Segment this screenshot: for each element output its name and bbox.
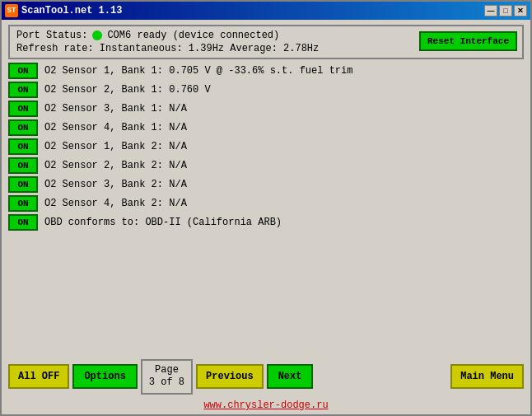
title-buttons: — □ ✕: [484, 5, 527, 16]
main-content: Port Status: COM6 ready (device connecte…: [2, 20, 530, 356]
main-window: ST ScanTool.net 1.13 — □ ✕ Port Status: …: [0, 0, 532, 416]
next-button[interactable]: Next: [267, 364, 314, 389]
sensor-on-button-0[interactable]: ON: [8, 63, 38, 79]
reset-interface-button[interactable]: Reset Interface: [419, 31, 517, 51]
sensor-label-4: O2 Sensor 1, Bank 2: N/A: [44, 141, 187, 152]
status-box: Port Status: COM6 ready (device connecte…: [8, 25, 524, 59]
page-indicator: Page 3 of 8: [141, 359, 193, 395]
sensor-label-8: OBD conforms to: OBD-II (California ARB): [44, 217, 282, 228]
port-label: Port Status:: [16, 30, 87, 41]
window-title: ScanTool.net 1.13: [21, 5, 484, 16]
page-label: Page: [155, 364, 179, 377]
sensor-on-button-1[interactable]: ON: [8, 82, 38, 98]
sensor-row-3: ONO2 Sensor 4, Bank 1: N/A: [8, 119, 524, 136]
sensor-on-button-7[interactable]: ON: [8, 195, 38, 212]
maximize-button[interactable]: □: [499, 5, 512, 16]
sensor-row-6: ONO2 Sensor 3, Bank 2: N/A: [8, 176, 524, 193]
sensor-on-button-6[interactable]: ON: [8, 176, 38, 193]
app-icon: ST: [5, 4, 18, 17]
sensors-area: ONO2 Sensor 1, Bank 1: 0.705 V @ -33.6% …: [8, 63, 524, 351]
sensor-row-8: ONOBD conforms to: OBD-II (California AR…: [8, 214, 524, 231]
minimize-button[interactable]: —: [484, 5, 497, 16]
refresh-label: Refresh rate: Instantaneous: 1.39Hz Aver…: [16, 43, 319, 54]
sensor-row-1: ONO2 Sensor 2, Bank 1: 0.760 V: [8, 82, 524, 98]
title-bar: ST ScanTool.net 1.13 — □ ✕: [2, 2, 530, 20]
page-value: 3 of 8: [149, 376, 184, 390]
sensor-label-1: O2 Sensor 2, Bank 1: 0.760 V: [44, 84, 211, 96]
sensor-row-0: ONO2 Sensor 1, Bank 1: 0.705 V @ -33.6% …: [8, 63, 524, 79]
all-off-button[interactable]: All OFF: [8, 364, 69, 389]
sensor-label-0: O2 Sensor 1, Bank 1: 0.705 V @ -33.6% s.…: [44, 65, 352, 77]
main-menu-button[interactable]: Main Menu: [450, 364, 524, 389]
status-dot: [92, 30, 102, 40]
close-button[interactable]: ✕: [514, 5, 527, 16]
sensor-on-button-5[interactable]: ON: [8, 157, 38, 174]
sensor-on-button-4[interactable]: ON: [8, 138, 38, 155]
sensor-label-3: O2 Sensor 4, Bank 1: N/A: [44, 122, 187, 133]
sensor-row-4: ONO2 Sensor 1, Bank 2: N/A: [8, 138, 524, 155]
sensor-row-2: ONO2 Sensor 3, Bank 1: N/A: [8, 100, 524, 117]
sensor-on-button-8[interactable]: ON: [8, 214, 38, 231]
sensor-label-5: O2 Sensor 2, Bank 2: N/A: [44, 160, 187, 171]
watermark: www.chrysler-dodge.ru: [2, 400, 530, 414]
port-value: COM6 ready (device connected): [107, 30, 279, 41]
sensor-label-6: O2 Sensor 3, Bank 2: N/A: [44, 179, 187, 190]
sensor-label-7: O2 Sensor 4, Bank 2: N/A: [44, 198, 187, 209]
bottom-bar: All OFF Options Page 3 of 8 Previous Nex…: [2, 356, 530, 400]
sensor-row-5: ONO2 Sensor 2, Bank 2: N/A: [8, 157, 524, 174]
sensor-row-7: ONO2 Sensor 4, Bank 2: N/A: [8, 195, 524, 212]
sensor-label-2: O2 Sensor 3, Bank 1: N/A: [44, 103, 187, 115]
previous-button[interactable]: Previous: [196, 364, 264, 389]
sensor-on-button-3[interactable]: ON: [8, 119, 38, 136]
sensor-on-button-2[interactable]: ON: [8, 100, 38, 117]
options-button[interactable]: Options: [72, 364, 137, 389]
